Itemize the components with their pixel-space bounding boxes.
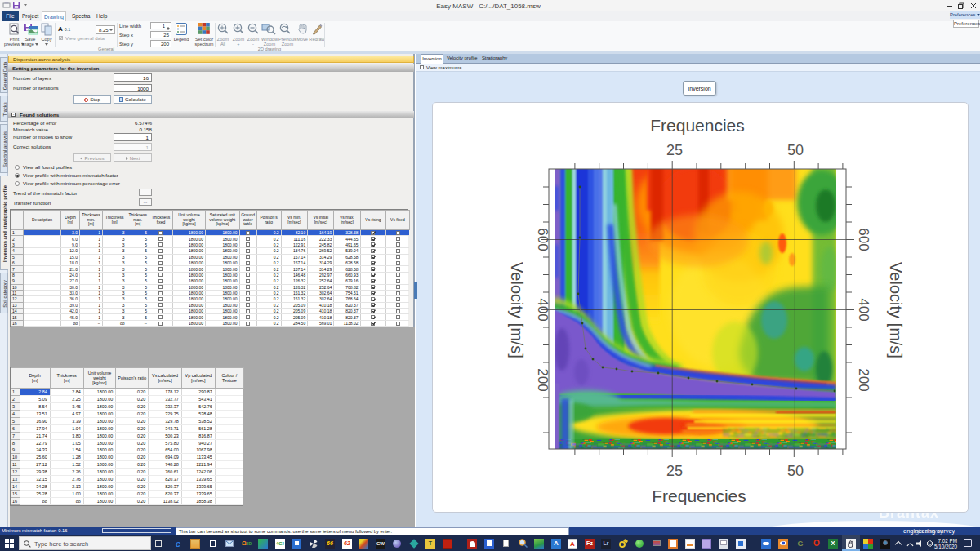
svg-text:200: 200	[535, 368, 550, 391]
svg-text:50: 50	[787, 463, 804, 479]
svg-text:Frequencies: Frequencies	[650, 116, 745, 135]
svg-text:25: 25	[666, 142, 683, 158]
svg-text:400: 400	[535, 298, 550, 321]
svg-text:200: 200	[856, 368, 871, 391]
svg-text:25: 25	[666, 463, 683, 479]
svg-text:600: 600	[535, 228, 550, 251]
svg-text:Frequencies: Frequencies	[652, 487, 746, 505]
svg-text:Velocity [m/s]: Velocity [m/s]	[887, 262, 905, 358]
svg-text:50: 50	[787, 142, 804, 158]
svg-text:Velocity [m/s]: Velocity [m/s]	[508, 262, 526, 358]
svg-text:600: 600	[856, 228, 871, 251]
svg-text:400: 400	[856, 298, 871, 321]
